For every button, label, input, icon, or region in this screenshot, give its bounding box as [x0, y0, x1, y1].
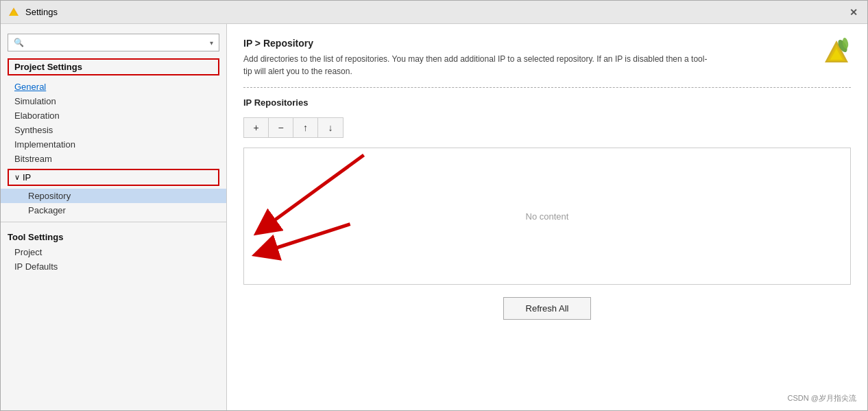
main-content: IP > Repository Add directories to the l… — [227, 24, 867, 410]
sidebar-item-bitstream[interactable]: Bitstream — [1, 152, 226, 166]
sidebar-item-general[interactable]: General — [1, 80, 226, 94]
sidebar-item-packager[interactable]: Packager — [1, 203, 226, 218]
search-icon: 🔍 — [14, 38, 24, 47]
settings-window: Settings ✕ 🔍 ▾ Project Settings General — [0, 0, 868, 411]
search-container: 🔍 ▾ — [1, 30, 226, 58]
title-bar-left: Settings — [8, 6, 58, 19]
refresh-all-container: Refresh All — [243, 294, 851, 320]
sidebar: 🔍 ▾ Project Settings General Simulation … — [1, 24, 227, 410]
sidebar-item-synthesis[interactable]: Synthesis — [1, 123, 226, 137]
sidebar-item-implementation[interactable]: Implementation — [1, 137, 226, 152]
remove-button[interactable]: − — [269, 118, 293, 137]
sidebar-item-repository[interactable]: Repository — [1, 189, 226, 203]
page-header: IP > Repository Add directories to the l… — [243, 38, 851, 78]
sidebar-divider — [1, 222, 226, 222]
dropdown-arrow-icon: ▾ — [210, 39, 213, 47]
sidebar-item-project-tool[interactable]: Project — [1, 245, 226, 259]
search-input[interactable] — [27, 38, 207, 47]
no-content-label: No content — [526, 211, 569, 222]
add-button[interactable]: + — [244, 118, 269, 137]
watermark: CSDN @岁月指尖流 — [788, 393, 856, 403]
repo-toolbar: + − ↑ ↓ — [243, 117, 343, 138]
chevron-down-icon: ∨ — [14, 173, 20, 182]
vivado-logo — [822, 38, 851, 67]
title-bar: Settings ✕ — [1, 1, 867, 24]
refresh-all-button[interactable]: Refresh All — [503, 297, 592, 320]
ip-repositories-label: IP Repositories — [243, 97, 851, 108]
move-down-button[interactable]: ↓ — [318, 118, 343, 137]
move-up-button[interactable]: ↑ — [293, 118, 318, 137]
tool-settings-header: Tool Settings — [1, 226, 226, 245]
repo-list-area: No content — [243, 148, 851, 285]
search-box[interactable]: 🔍 ▾ — [8, 34, 219, 51]
ip-group-label: IP — [23, 172, 31, 183]
window-body: 🔍 ▾ Project Settings General Simulation … — [1, 24, 867, 410]
section-separator — [243, 87, 851, 88]
close-button[interactable]: ✕ — [847, 5, 860, 19]
page-header-text: IP > Repository Add directories to the l… — [243, 38, 822, 78]
project-settings-label: Project Settings — [14, 62, 82, 72]
sidebar-item-simulation[interactable]: Simulation — [1, 94, 226, 108]
window-title: Settings — [25, 7, 58, 17]
sidebar-item-ip-defaults[interactable]: IP Defaults — [1, 259, 226, 274]
sidebar-item-elaboration[interactable]: Elaboration — [1, 108, 226, 123]
page-title: IP > Repository — [243, 38, 822, 49]
page-description: Add directories to the list of repositor… — [243, 53, 710, 78]
sidebar-group-ip[interactable]: ∨ IP — [8, 169, 219, 186]
project-settings-header: Project Settings — [8, 58, 219, 75]
app-icon — [8, 6, 20, 19]
vivado-logo-svg — [822, 38, 851, 67]
